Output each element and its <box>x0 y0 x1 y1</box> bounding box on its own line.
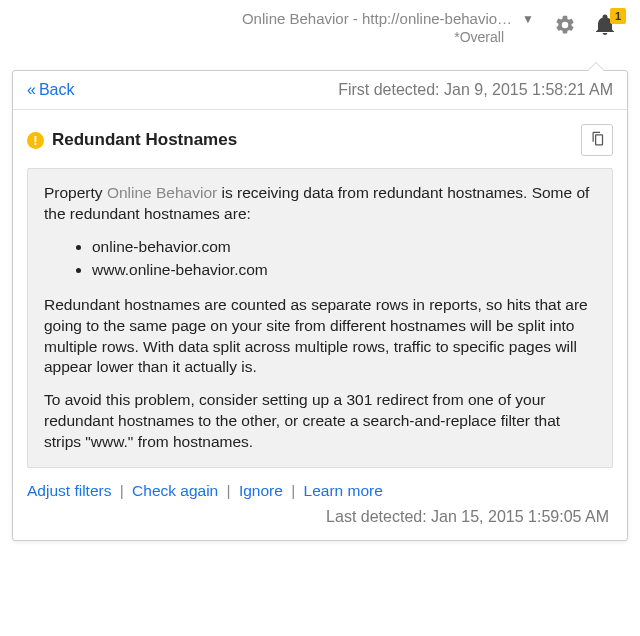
message-para2: Redundant hostnames are counted as separ… <box>44 295 596 379</box>
notification-title: Redundant Hostnames <box>52 130 237 150</box>
warning-icon: ! <box>27 132 44 149</box>
message-para3: To avoid this problem, consider setting … <box>44 390 596 453</box>
settings-button[interactable] <box>548 10 582 44</box>
message-intro: Property Online Behavior is receiving da… <box>44 183 596 225</box>
hostname-item: online-behavior.com <box>92 237 596 258</box>
hostname-list: online-behavior.com www.online-behavior.… <box>44 237 596 281</box>
last-detected-label: Last detected: <box>326 508 427 525</box>
popover-header: «Back First detected: Jan 9, 2015 1:58:2… <box>13 71 627 110</box>
back-label: Back <box>39 81 75 98</box>
gear-icon <box>554 14 576 40</box>
separator: | <box>227 482 231 499</box>
property-picker[interactable]: Online Behavior - http://online-behavio…… <box>242 10 534 45</box>
notifications-button[interactable]: 1 <box>588 10 622 44</box>
learn-more-link[interactable]: Learn more <box>304 482 383 499</box>
topbar: Online Behavior - http://online-behavio…… <box>0 0 640 58</box>
title-row: ! Redundant Hostnames <box>27 124 613 156</box>
notification-popover: «Back First detected: Jan 9, 2015 1:58:2… <box>12 70 628 541</box>
adjust-filters-link[interactable]: Adjust filters <box>27 482 111 499</box>
popover-body: ! Redundant Hostnames Property Online Be… <box>13 110 627 540</box>
last-detected-value: Jan 15, 2015 1:59:05 AM <box>431 508 609 525</box>
first-detected-value: Jan 9, 2015 1:58:21 AM <box>444 81 613 98</box>
intro-property-name: Online Behavior <box>107 184 217 201</box>
message-box: Property Online Behavior is receiving da… <box>27 168 613 468</box>
hostname-item: www.online-behavior.com <box>92 260 596 281</box>
last-detected: Last detected: Jan 15, 2015 1:59:05 AM <box>27 508 613 526</box>
copy-button[interactable] <box>581 124 613 156</box>
notification-badge: 1 <box>610 8 626 24</box>
popover-pointer <box>587 62 605 71</box>
separator: | <box>291 482 295 499</box>
action-row: Adjust filters | Check again | Ignore | … <box>27 482 613 500</box>
back-link[interactable]: «Back <box>27 81 74 99</box>
first-detected-label: First detected: <box>338 81 439 98</box>
check-again-link[interactable]: Check again <box>132 482 218 499</box>
intro-prefix: Property <box>44 184 107 201</box>
back-arrow-icon: « <box>27 81 36 98</box>
separator: | <box>120 482 124 499</box>
property-subtitle: *Overall <box>454 29 504 45</box>
chevron-down-icon: ▼ <box>522 12 534 26</box>
clipboard-icon <box>590 131 605 150</box>
ignore-link[interactable]: Ignore <box>239 482 283 499</box>
first-detected: First detected: Jan 9, 2015 1:58:21 AM <box>338 81 613 99</box>
property-name-line: Online Behavior - http://online-behavio… <box>242 10 512 27</box>
